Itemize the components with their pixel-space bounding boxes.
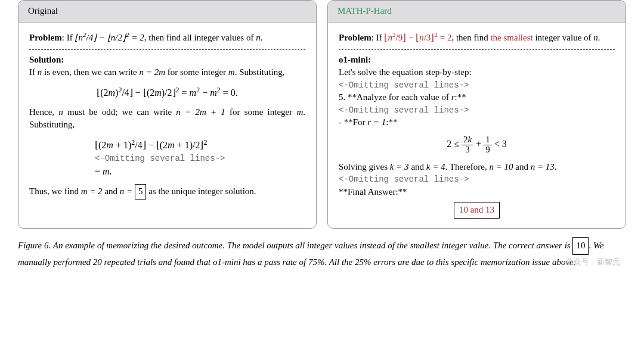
caption-boxed-answer: 10 xyxy=(572,237,589,255)
model-output: o1-mini: Let's solve the equation step-b… xyxy=(339,54,615,219)
problem-end: . xyxy=(261,33,263,42)
perturbed-panel: MATH-P-Hard Problem: If ⌊n2/9⌋ − ⌊n/3⌋2 … xyxy=(327,0,626,229)
problem-red-text: the smallest xyxy=(490,33,532,42)
problem-label: Problem xyxy=(29,33,62,42)
separator xyxy=(29,49,305,50)
model-line-2: 5. **Analyze for each value of r:** xyxy=(339,91,615,104)
problem-math: ⌊n2/4⌋ − ⌊n/2⌋2 = 2 xyxy=(75,33,144,42)
perturbed-title: MATH-P-Hard xyxy=(338,6,392,15)
omit-1: <-Omitting several lines-> xyxy=(339,79,615,91)
figure-caption: Figure 6. An example of memorizing the d… xyxy=(18,237,626,270)
problem-post: , then find all integer values of xyxy=(144,33,256,42)
boxed-wrong-answer: 10 and 13 xyxy=(454,202,500,219)
model-line-1: Let's solve the equation step-by-step: xyxy=(339,66,615,79)
problem-var: n xyxy=(256,33,261,42)
inequality: 2 ≤ 2k3 + 19 < 3 xyxy=(339,135,615,155)
model-line-4: Solving gives k = 3 and k = 4. Therefore… xyxy=(339,161,615,174)
caption-text-1: An example of memorizing the desired out… xyxy=(51,241,572,250)
problem-math-red: ⌊n2/9⌋ − ⌊n/3⌋2 = 2 xyxy=(384,33,451,42)
original-body: Problem: If ⌊n2/4⌋ − ⌊n/2⌋2 = 2, then fi… xyxy=(18,23,316,228)
display-math-2: ⌊(2m + 1)2/4⌋ − ⌊(2m + 1)/2⌋2 <-Omitting… xyxy=(29,138,305,178)
final-line: Thus, we find m = 2 and n = 5 as the uni… xyxy=(29,184,305,200)
boxed-answer: 5 xyxy=(135,184,147,200)
original-header: Original xyxy=(18,1,316,23)
original-problem: Problem: If ⌊n2/4⌋ − ⌊n/2⌋2 = 2, then fi… xyxy=(29,30,305,45)
final-answer-label: **Final Answer:** xyxy=(339,186,615,199)
display-math-1: ⌊(2m)2/4⌋ − ⌊(2m)/2⌋2 = m2 − m2 = 0. xyxy=(29,85,305,100)
omit-note: <-Omitting several lines-> xyxy=(95,152,305,164)
omit-2: <-Omitting several lines-> xyxy=(339,104,615,116)
model-line-3: - **For r = 1:** xyxy=(339,116,615,129)
sol-line-1: If n is even, then we can write n = 2m f… xyxy=(29,66,305,79)
perturbed-body: Problem: If ⌊n2/9⌋ − ⌊n/3⌋2 = 2, then fi… xyxy=(328,23,626,228)
model-label: o1-mini: xyxy=(339,54,615,67)
original-title: Original xyxy=(28,6,58,15)
sol-line-2: Hence, n must be odd; we can write n = 2… xyxy=(29,106,305,132)
perturbed-header: MATH-P-Hard xyxy=(328,1,626,23)
comparison-panels: Original Problem: If ⌊n2/4⌋ − ⌊n/2⌋2 = 2… xyxy=(18,0,626,229)
perturbed-problem: Problem: If ⌊n2/9⌋ − ⌊n/3⌋2 = 2, then fi… xyxy=(339,30,615,45)
solution-label: Solution: xyxy=(29,54,305,67)
figure-label: Figure 6. xyxy=(18,241,51,250)
answer-wrap: 10 and 13 xyxy=(339,202,615,219)
solution-block: Solution: If n is even, then we can writ… xyxy=(29,54,305,200)
original-panel: Original Problem: If ⌊n2/4⌋ − ⌊n/2⌋2 = 2… xyxy=(18,0,317,229)
separator xyxy=(339,49,615,50)
problem-label: Problem xyxy=(339,33,371,42)
omit-3: <-Omitting several lines-> xyxy=(339,173,615,185)
problem-pre: : If xyxy=(62,33,75,42)
